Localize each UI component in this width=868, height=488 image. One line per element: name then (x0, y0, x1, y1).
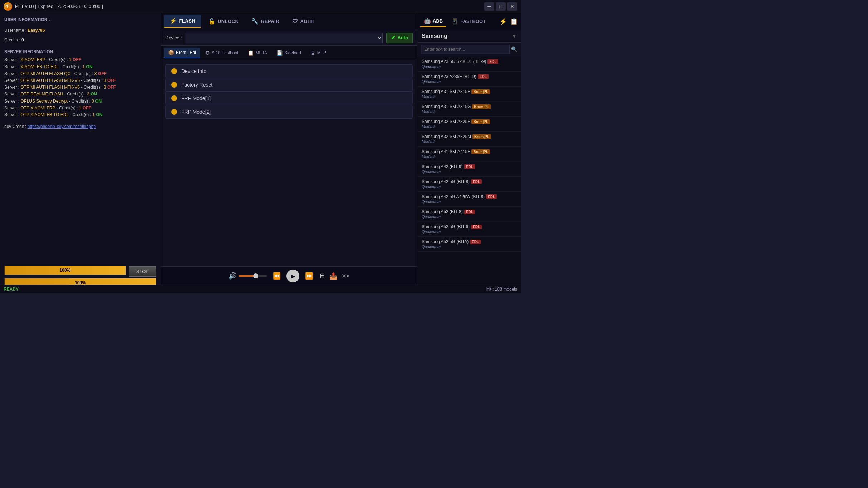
action-dot-frp-mode-2 (171, 109, 177, 115)
tab-auth[interactable]: 🛡AUTH (286, 15, 320, 28)
device-list-item[interactable]: Samsung A42 5G (BIT-8) EDL Qualcomm (417, 177, 521, 192)
right-extra-icon-2[interactable]: 📋 (510, 18, 518, 25)
volume-slider[interactable] (239, 275, 267, 277)
server-item: Server : XIAOMI FB TO EDL - Credit(s) : … (4, 64, 156, 70)
status-models: Init : 188 models (486, 287, 517, 292)
share-button[interactable]: 📤 (329, 272, 337, 280)
main-layout: USER INFORMATION : Username : Easy786 Cr… (0, 13, 521, 293)
device-name-text: Samsung A23 A235F (BIT-9) (422, 74, 476, 79)
sub-tabs-container: 📦Brom | Edl⚙ADB Fastboot📋META💾Sideload🖥M… (164, 48, 330, 58)
buy-credit-link[interactable]: https://phoenix-key.com/reseller.php (28, 124, 96, 129)
sideload-icon: 💾 (276, 50, 283, 56)
device-list-item[interactable]: Samsung A41 SM-A415F Brom|PL Meditek (417, 147, 521, 162)
action-label-frp-mode-1: FRP Mode[1] (181, 95, 211, 101)
device-list-item[interactable]: Samsung A32 SM-A325M Brom|PL Meditek (417, 132, 521, 147)
action-label-device-info: Device Info (181, 68, 206, 74)
device-list-item[interactable]: Samsung A52 (BIT-8) EDL Qualcomm (417, 207, 521, 222)
close-button[interactable]: ✕ (507, 2, 517, 11)
device-tag: EDL (471, 225, 482, 229)
device-list-item[interactable]: Samsung A52 5G (BIT-6) EDL Qualcomm (417, 222, 521, 237)
device-item-name: Samsung A23 5G S236DL (BIT-9) EDL (422, 59, 516, 64)
device-name-text: Samsung A42 5G (BIT-8) (422, 179, 470, 184)
action-label-factory-reset: Factory Reset (181, 82, 212, 88)
tab-flash[interactable]: ⚡FLASH (164, 15, 201, 28)
right-tab-fastboot[interactable]: 📱FASTBOOT (448, 16, 489, 27)
right-tabs-container: 🤖ADB📱FASTBOOT⚡📋 (420, 15, 518, 27)
username-value: Easy786 (28, 28, 45, 33)
window-controls: ─ □ ✕ (484, 2, 517, 11)
tab-unlock[interactable]: 🔓UNLOCK (202, 15, 244, 28)
device-list-item[interactable]: Samsung A31 SM-A315G Brom|PL Meditek (417, 102, 521, 117)
device-item-name: Samsung A42 (BIT-9) EDL (422, 164, 516, 169)
device-list-item[interactable]: Samsung A23 A235F (BIT-9) EDL Qualcomm (417, 72, 521, 87)
brand-header: Samsung ▼ (417, 30, 521, 43)
right-panel: 🤖ADB📱FASTBOOT⚡📋 Samsung ▼ 🔍 Samsung A23 … (417, 13, 521, 293)
device-item-chipset: Qualcomm (422, 64, 516, 69)
server-item: Server : OTP XIAOMI FRP - Credit(s) : 1 … (4, 105, 156, 112)
device-name-text: Samsung A42 (BIT-9) (422, 164, 463, 169)
device-item-chipset: Qualcomm (422, 245, 516, 249)
sub-tab-brom-edl[interactable]: 📦Brom | Edl (164, 48, 200, 58)
device-item-name: Samsung A42 5G A426W (BIT-8) EDL (422, 194, 516, 199)
search-icon[interactable]: 🔍 (511, 46, 517, 52)
fast-forward-button[interactable]: ⏩ (305, 272, 313, 280)
auth-label: AUTH (300, 19, 314, 24)
auto-button[interactable]: ✔ Auto (386, 33, 413, 43)
sub-tab-sideload[interactable]: 💾Sideload (272, 48, 305, 58)
device-list-item[interactable]: Samsung A42 5G A426W (BIT-8) EDL Qualcom… (417, 192, 521, 207)
play-button[interactable]: ▶ (286, 270, 299, 282)
device-list-item[interactable]: Samsung A31 SM-A315F Brom|PL Meditek (417, 87, 521, 102)
device-tag: Brom|PL (471, 89, 490, 94)
title-bar-left: PFT PFT v3.0 | Expired [ 2025-03-31 00:0… (4, 2, 103, 11)
device-list-item[interactable]: Samsung A32 SM-A325F Brom|PL Meditek (417, 117, 521, 132)
action-frp-mode-1[interactable]: FRP Mode[1] (165, 92, 413, 105)
sub-tab-mtp[interactable]: 🖥MTP (306, 48, 330, 58)
action-device-info[interactable]: Device Info (165, 64, 413, 78)
device-select[interactable] (186, 33, 383, 43)
device-list-item[interactable]: Samsung A23 5G S236DL (BIT-9) EDL Qualco… (417, 56, 521, 72)
action-label-frp-mode-2: FRP Mode[2] (181, 109, 211, 115)
adb-fastboot-label: ADB Fastboot (212, 50, 239, 55)
user-info-header: USER INFORMATION : (4, 17, 156, 23)
device-item-chipset: Meditek (422, 154, 516, 159)
device-name-text: Samsung A52 5G (BIT-6) (422, 224, 470, 229)
skip-button[interactable]: >> (342, 272, 349, 280)
chevron-down-icon[interactable]: ▼ (512, 34, 516, 39)
buy-credit-label: buy Credit : (4, 124, 28, 129)
app-logo: PFT (4, 2, 12, 11)
top-tabs-container: ⚡FLASH🔓UNLOCK🔧REPAIR🛡AUTH (164, 15, 320, 28)
device-item-chipset: Qualcomm (422, 169, 516, 174)
minimize-button[interactable]: ─ (484, 2, 494, 11)
device-name-text: Samsung A52 5G (BITA) (422, 239, 469, 244)
device-list-item[interactable]: Samsung A52 5G (BITA) EDL Qualcomm (417, 237, 521, 252)
rewind-button[interactable]: ⏪ (273, 272, 281, 280)
action-factory-reset[interactable]: Factory Reset (165, 78, 413, 92)
device-item-chipset: Qualcomm (422, 215, 516, 219)
fastboot-tab-label: FASTBOOT (460, 19, 486, 24)
action-dot-factory-reset (171, 82, 177, 88)
volume-thumb (253, 273, 258, 278)
right-tab-extra-icons: ⚡📋 (499, 18, 518, 25)
right-tab-adb[interactable]: 🤖ADB (420, 15, 446, 27)
right-extra-icon-1[interactable]: ⚡ (499, 18, 507, 25)
server-item: Server : OTP MI AUTH FLASH MTK-V6 - Cred… (4, 84, 156, 91)
sub-tab-adb-fastboot[interactable]: ⚙ADB Fastboot (201, 48, 243, 58)
device-list-container: Samsung A23 5G S236DL (BIT-9) EDL Qualco… (417, 56, 521, 252)
action-frp-mode-2[interactable]: FRP Mode[2] (165, 105, 413, 119)
tab-repair[interactable]: 🔧REPAIR (246, 15, 285, 28)
device-item-name: Samsung A52 5G (BIT-6) EDL (422, 224, 516, 229)
volume-icon[interactable]: 🔊 (229, 272, 236, 280)
screen-button[interactable]: 🖥 (319, 272, 325, 280)
progress-label-1: 100% (5, 268, 126, 273)
server-item: Server : OTP MI AUTH FLASH MTK-V5 - Cred… (4, 77, 156, 84)
maximize-button[interactable]: □ (496, 2, 506, 11)
device-tag: EDL (478, 74, 489, 79)
search-input[interactable] (421, 45, 510, 54)
stop-button[interactable]: STOP (129, 266, 156, 277)
sub-tab-meta[interactable]: 📋META (244, 48, 271, 58)
adb-tab-label: ADB (433, 18, 443, 24)
flash-icon: ⚡ (170, 18, 177, 24)
device-name-text: Samsung A31 SM-A315G (422, 104, 471, 109)
device-list-item[interactable]: Samsung A42 (BIT-9) EDL Qualcomm (417, 162, 521, 177)
center-panel: ⚡FLASH🔓UNLOCK🔧REPAIR🛡AUTH Device : ✔ Aut… (161, 13, 417, 293)
